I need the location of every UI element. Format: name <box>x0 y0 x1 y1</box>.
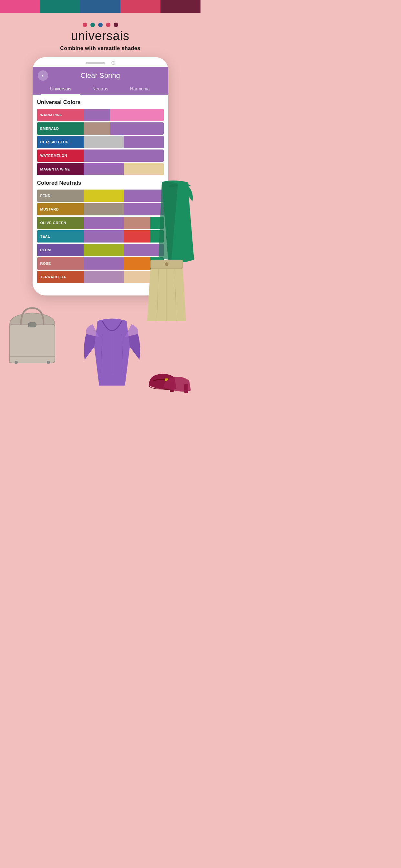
colored-neutral-row[interactable]: PLUM <box>37 244 164 256</box>
back-button[interactable]: ‹ <box>38 70 48 81</box>
color-row[interactable]: WARM PINK <box>37 109 164 121</box>
brand-dot <box>114 23 118 27</box>
brand-dot <box>98 23 103 27</box>
color-label: PLUM <box>37 244 84 256</box>
color-label: FENDI <box>37 190 84 202</box>
colored-neutral-row[interactable]: FENDI <box>37 190 164 202</box>
color-segment <box>110 122 163 135</box>
top-color-strip <box>0 0 201 13</box>
back-icon: ‹ <box>42 73 43 79</box>
beige-skirt-decoration <box>146 259 188 324</box>
colored-neutral-row[interactable]: TERRACOTTA <box>37 271 164 283</box>
color-label: WATERMELON <box>37 150 84 162</box>
color-label: EMERALD <box>37 122 84 135</box>
color-segment <box>124 136 164 148</box>
color-segment <box>84 257 124 270</box>
purple-top-decoration <box>83 314 141 385</box>
svg-point-5 <box>14 361 18 364</box>
phone-tab-neutros[interactable]: Neutros <box>81 84 120 95</box>
svg-rect-1 <box>28 322 36 327</box>
color-segment <box>84 217 124 229</box>
phone-screen-title: Clear Spring <box>81 71 120 80</box>
brand-dots <box>0 23 201 27</box>
universal-colors-title: Universal Colors <box>37 99 164 105</box>
color-segment <box>84 150 164 162</box>
color-segment <box>124 163 164 175</box>
phone-camera <box>112 61 115 65</box>
color-row[interactable]: EMERALD <box>37 122 164 135</box>
color-segment <box>84 190 124 202</box>
color-label: MUSTARD <box>37 203 84 215</box>
phone-tabs: UniversaisNeutrosHarmonia <box>38 84 163 95</box>
color-label: CLASSIC BLUE <box>37 136 84 148</box>
colored-neutral-row[interactable]: OLIVE GREEN <box>37 217 164 229</box>
colored-neutral-row[interactable]: TEAL <box>37 230 164 243</box>
tagline: Combine with versatile shades <box>0 45 201 51</box>
color-label: ROSE <box>37 257 84 270</box>
app-title: universais <box>0 29 201 43</box>
color-segment <box>84 244 124 256</box>
svg-rect-0 <box>10 324 55 363</box>
colored-neutrals-list: FENDIMUSTARDOLIVE GREENTEALPLUMROSETERRA… <box>37 190 164 283</box>
brand-dot <box>83 23 87 27</box>
color-segment <box>124 217 150 229</box>
brand-dot <box>90 23 95 27</box>
red-shoes-decoration <box>146 363 194 395</box>
green-skirt-decoration <box>152 176 197 266</box>
color-segment <box>84 122 111 135</box>
color-row[interactable]: CLASSIC BLUE <box>37 136 164 148</box>
color-label: MAGENTA WINE <box>37 163 84 175</box>
color-segment <box>84 109 111 121</box>
svg-point-6 <box>47 361 50 364</box>
color-segment <box>110 109 163 121</box>
colored-neutral-row[interactable]: MUSTARD <box>37 203 164 215</box>
color-segment <box>124 230 150 243</box>
color-row[interactable]: MAGENTA WINE <box>37 163 164 175</box>
color-segment <box>84 230 124 243</box>
bag-decoration <box>6 305 58 369</box>
top-strip-segment <box>120 0 160 13</box>
phone-header-top: ‹ Clear Spring <box>38 71 163 84</box>
color-segment <box>84 271 124 283</box>
top-strip-segment <box>160 0 201 13</box>
color-label: OLIVE GREEN <box>37 217 84 229</box>
color-row[interactable]: WATERMELON <box>37 150 164 162</box>
phone-tab-universais[interactable]: Universais <box>41 84 81 95</box>
color-label: TEAL <box>37 230 84 243</box>
color-segment <box>84 203 124 215</box>
phone-tab-harmonia[interactable]: Harmonia <box>120 84 160 95</box>
universal-colors-list: WARM PINKEMERALDCLASSIC BLUEWATERMELONMA… <box>37 109 164 175</box>
color-segment <box>84 136 124 148</box>
colored-neutrals-title: Colored Neutrals <box>37 180 164 186</box>
svg-point-13 <box>165 262 168 266</box>
svg-rect-19 <box>184 384 188 393</box>
color-label: TERRACOTTA <box>37 271 84 283</box>
phone-notch <box>86 62 105 64</box>
top-strip-segment <box>40 0 80 13</box>
top-strip-segment <box>0 0 40 13</box>
phone-top-bar <box>33 57 168 67</box>
color-segment <box>84 163 124 175</box>
color-label: WARM PINK <box>37 109 84 121</box>
colored-neutral-row[interactable]: ROSE <box>37 257 164 270</box>
top-strip-segment <box>80 0 120 13</box>
brand-dot <box>106 23 111 27</box>
phone-header: ‹ Clear Spring UniversaisNeutrosHarmonia <box>33 67 168 95</box>
